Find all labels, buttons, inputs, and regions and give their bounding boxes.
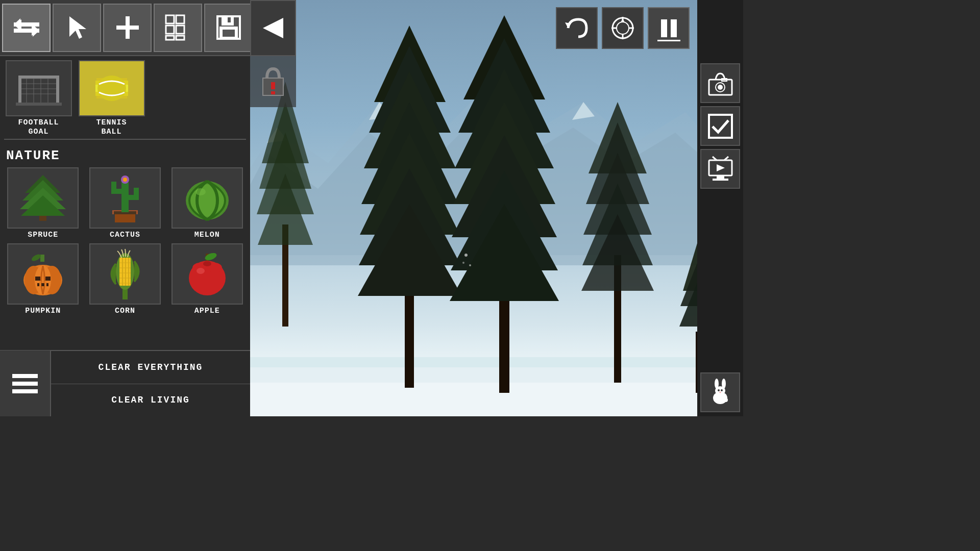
svg-rect-22 bbox=[18, 76, 59, 79]
svg-rect-48 bbox=[111, 182, 116, 194]
corn-item[interactable]: CORN bbox=[86, 243, 164, 315]
svg-rect-155 bbox=[713, 179, 728, 181]
clear-living-button[interactable]: CLEAR LIVING bbox=[51, 384, 250, 417]
section-divider bbox=[4, 139, 246, 140]
svg-rect-90 bbox=[271, 82, 275, 89]
svg-point-163 bbox=[719, 391, 721, 393]
svg-point-57 bbox=[31, 253, 42, 263]
pumpkin-label: PUMPKIN bbox=[25, 307, 61, 315]
nature-section-header: NATURE bbox=[4, 142, 246, 167]
video-button[interactable] bbox=[700, 149, 740, 189]
svg-point-132 bbox=[464, 254, 468, 257]
top-controls bbox=[503, 0, 697, 56]
svg-rect-11 bbox=[166, 26, 174, 34]
svg-point-148 bbox=[718, 85, 723, 90]
svg-marker-6 bbox=[69, 16, 86, 39]
svg-rect-13 bbox=[166, 36, 174, 40]
svg-rect-86 bbox=[12, 382, 38, 386]
melon-item[interactable]: MELON bbox=[168, 167, 246, 239]
game-area bbox=[250, 0, 697, 416]
apple-thumb[interactable] bbox=[172, 243, 243, 305]
svg-rect-21 bbox=[56, 76, 59, 104]
items-scroll-area[interactable]: FOOTBALLGOAL bbox=[0, 56, 250, 350]
svg-marker-88 bbox=[263, 18, 283, 38]
svg-rect-8 bbox=[116, 26, 139, 30]
rabbit-button[interactable] bbox=[700, 372, 740, 412]
cactus-item[interactable]: CACTUS bbox=[86, 167, 164, 239]
svg-point-160 bbox=[722, 379, 726, 389]
svg-rect-18 bbox=[223, 30, 235, 37]
svg-rect-65 bbox=[39, 281, 41, 286]
save-button[interactable] bbox=[204, 4, 253, 52]
svg-rect-87 bbox=[12, 389, 38, 393]
check-button[interactable] bbox=[700, 106, 740, 146]
toolbar bbox=[0, 0, 250, 56]
svg-rect-19 bbox=[228, 17, 231, 22]
svg-rect-10 bbox=[176, 15, 184, 23]
svg-point-52 bbox=[123, 178, 127, 182]
svg-rect-20 bbox=[18, 76, 21, 104]
clear-everything-button[interactable]: CLEAR EVERYTHING bbox=[51, 351, 250, 384]
apple-item[interactable]: APPLE bbox=[168, 243, 246, 315]
apple-label: APPLE bbox=[194, 307, 220, 315]
svg-rect-56 bbox=[40, 255, 44, 262]
svg-rect-50 bbox=[134, 188, 139, 200]
svg-rect-114 bbox=[499, 291, 509, 393]
tennis-ball-item[interactable]: TENNISBALL bbox=[77, 60, 146, 137]
svg-point-55 bbox=[195, 188, 206, 195]
svg-rect-12 bbox=[176, 26, 184, 34]
svg-rect-91 bbox=[271, 91, 275, 94]
svg-rect-14 bbox=[176, 36, 184, 40]
svg-point-134 bbox=[469, 264, 471, 266]
spruce-item[interactable]: SPRUCE bbox=[4, 167, 82, 239]
play-back-button[interactable] bbox=[250, 0, 296, 56]
cursor-button[interactable] bbox=[53, 4, 101, 52]
svg-rect-150 bbox=[709, 115, 732, 138]
pumpkin-thumb[interactable] bbox=[7, 243, 79, 305]
alert-button[interactable] bbox=[250, 56, 296, 107]
svg-rect-85 bbox=[12, 374, 38, 378]
svg-point-159 bbox=[715, 379, 719, 389]
melon-label: MELON bbox=[194, 231, 220, 239]
football-goal-label: FOOTBALLGOAL bbox=[18, 118, 59, 137]
pumpkin-item[interactable]: PUMPKIN bbox=[4, 243, 82, 315]
right-side-panel bbox=[697, 0, 743, 416]
svg-point-37 bbox=[97, 76, 126, 101]
svg-point-137 bbox=[617, 22, 629, 34]
svg-rect-63 bbox=[45, 277, 51, 281]
tennis-ball-thumb[interactable] bbox=[79, 60, 145, 116]
tennis-ball-label: TENNISBALL bbox=[96, 118, 127, 137]
svg-point-161 bbox=[718, 389, 720, 391]
svg-rect-100 bbox=[250, 383, 697, 416]
svg-rect-143 bbox=[661, 19, 667, 37]
grid-button[interactable] bbox=[154, 4, 202, 52]
undo-button[interactable] bbox=[556, 7, 598, 49]
svg-point-133 bbox=[462, 262, 464, 264]
svg-rect-66 bbox=[44, 281, 46, 286]
left-panel: FOOTBALLGOAL bbox=[0, 0, 250, 416]
svg-point-162 bbox=[721, 389, 723, 391]
svg-rect-46 bbox=[121, 182, 129, 212]
spruce-label: SPRUCE bbox=[28, 231, 58, 239]
svg-rect-64 bbox=[37, 283, 48, 286]
svg-rect-62 bbox=[35, 277, 40, 281]
melon-thumb[interactable] bbox=[172, 167, 243, 229]
cactus-thumb[interactable] bbox=[89, 167, 161, 229]
svg-point-83 bbox=[197, 268, 205, 274]
corn-thumb[interactable] bbox=[89, 243, 161, 305]
settings-button[interactable] bbox=[602, 7, 644, 49]
menu-button[interactable] bbox=[0, 350, 51, 416]
svg-point-164 bbox=[724, 398, 728, 402]
football-goal-item[interactable]: FOOTBALLGOAL bbox=[4, 60, 73, 137]
svg-point-84 bbox=[203, 261, 211, 266]
spruce-thumb[interactable] bbox=[7, 167, 79, 229]
football-goal-thumb[interactable] bbox=[6, 60, 72, 116]
svg-marker-156 bbox=[717, 164, 725, 171]
pause-button[interactable] bbox=[648, 7, 690, 49]
svg-rect-9 bbox=[166, 15, 174, 23]
svg-marker-142 bbox=[621, 18, 625, 22]
add-button[interactable] bbox=[103, 4, 152, 52]
svg-rect-144 bbox=[671, 19, 677, 37]
camera-button[interactable] bbox=[700, 63, 740, 103]
switch-button[interactable] bbox=[2, 4, 51, 52]
